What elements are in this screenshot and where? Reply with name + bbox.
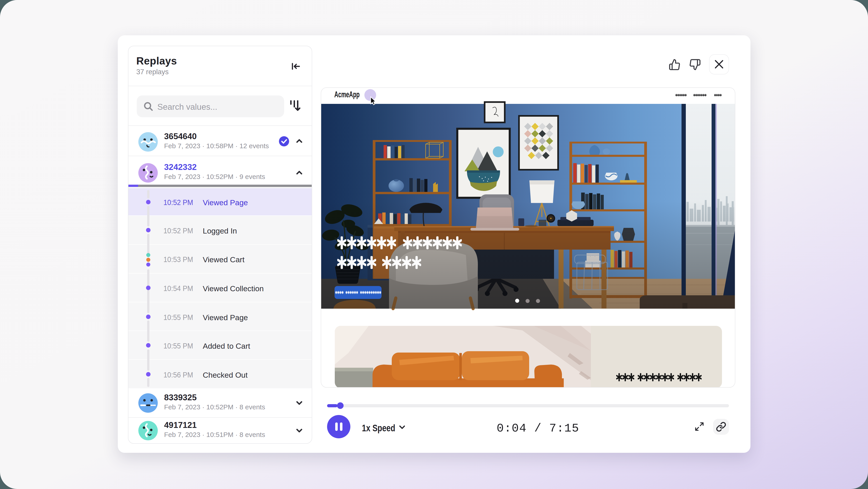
svg-text:AcmeApp: AcmeApp xyxy=(334,90,360,99)
